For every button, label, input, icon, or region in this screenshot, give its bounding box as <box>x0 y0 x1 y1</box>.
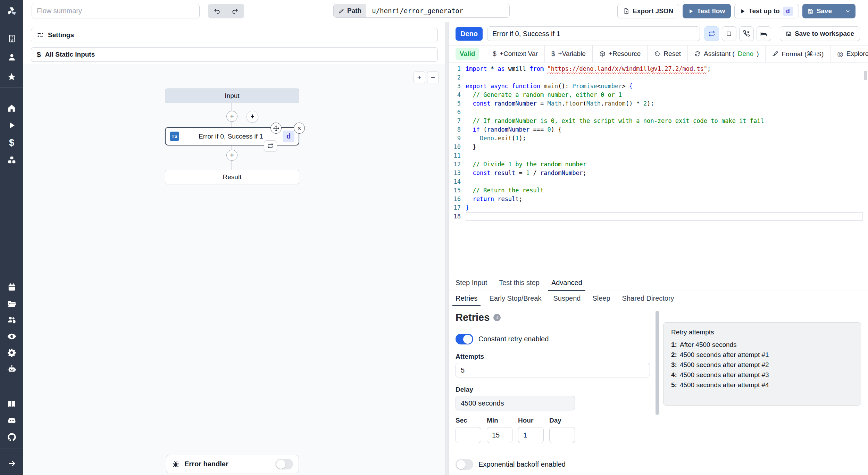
hour-input[interactable] <box>518 427 544 443</box>
variables-dollar-icon[interactable]: $ <box>7 138 17 148</box>
undo-button[interactable] <box>209 5 225 17</box>
code-editor[interactable]: 1import * as wmill from "https://deno.la… <box>449 62 868 275</box>
trigger-bolt-button[interactable] <box>247 111 258 123</box>
retries-shortcut-button[interactable] <box>704 26 719 41</box>
min-label: Min <box>487 417 512 424</box>
editor-scrollbar-thumb[interactable] <box>864 71 867 80</box>
tab-test-this-step[interactable]: Test this step <box>493 275 545 291</box>
toolbar-explore-scripts-button[interactable]: ◎Explore other s <box>831 45 868 62</box>
docs-book-icon[interactable] <box>7 399 17 409</box>
result-node[interactable]: Result <box>165 170 299 184</box>
attempts-input[interactable] <box>456 363 650 377</box>
export-json-button[interactable]: Export JSON <box>617 4 679 18</box>
collapse-arrow-right-icon[interactable] <box>7 458 17 469</box>
workers-robot-icon[interactable] <box>7 364 17 374</box>
subtab-early-stop[interactable]: Early Stop/Break <box>483 291 547 306</box>
groups-users-gear-icon[interactable] <box>7 315 17 325</box>
insert-step-button[interactable]: + <box>226 150 237 161</box>
retries-scrollbar-thumb[interactable] <box>656 311 659 415</box>
info-icon[interactable]: i <box>493 314 501 321</box>
tab-advanced[interactable]: Advanced <box>545 275 588 291</box>
save-button-main[interactable]: Save <box>803 4 837 18</box>
toolbar-add-context-var-button[interactable]: $+Context Var <box>486 45 545 62</box>
schedules-calendar-icon[interactable] <box>7 282 17 292</box>
play-icon <box>688 9 694 14</box>
retry-attempts-panel: Retry attempts 1:After 4500 seconds2:450… <box>663 322 861 406</box>
early-stop-shortcut-button[interactable] <box>722 26 736 41</box>
toolbar-assistant-button[interactable]: Assistant (Deno) <box>688 45 766 62</box>
folders-icon[interactable] <box>7 299 17 309</box>
code-line: 1import * as wmill from "https://deno.la… <box>449 65 868 73</box>
sleep-shortcut-button[interactable] <box>757 26 771 41</box>
step-advanced-shortcuts <box>704 26 771 41</box>
left-sidebar: $ <box>0 0 23 475</box>
toolbar-add-resource-button[interactable]: +Resource <box>593 45 648 62</box>
error-handler-row[interactable]: Error handler <box>166 455 299 473</box>
chevron-down-icon <box>845 8 851 14</box>
error-handler-toggle[interactable] <box>275 459 293 469</box>
github-icon[interactable] <box>7 432 17 442</box>
windmill-logo-icon[interactable] <box>6 6 18 17</box>
editor-toolbar: Valid $+Context Var$+Variable+ResourceRe… <box>449 45 868 62</box>
line-content <box>466 151 863 160</box>
subtab-suspend[interactable]: Suspend <box>547 291 586 306</box>
day-label: Day <box>549 417 575 424</box>
save-button[interactable]: Save <box>802 4 856 18</box>
exponential-backoff-toggle[interactable] <box>456 459 473 470</box>
min-input[interactable] <box>487 427 512 443</box>
toolbar-reset-button[interactable]: Reset <box>648 45 688 62</box>
flow-canvas[interactable]: + − Input + TS <box>23 64 445 475</box>
canvas-zoom-controls: + − <box>414 72 439 83</box>
favorites-star-icon[interactable] <box>7 72 17 82</box>
home-icon[interactable] <box>7 103 17 113</box>
test-up-to-button[interactable]: Test up to d <box>734 4 799 18</box>
toolbar-format-button[interactable]: Format (⌘+S) <box>766 45 831 62</box>
suspend-shortcut-button[interactable] <box>739 26 754 41</box>
toolbar-add-variable-button[interactable]: $+Variable <box>545 45 593 62</box>
settings-gear-icon[interactable] <box>7 347 17 358</box>
sec-input[interactable] <box>456 427 481 443</box>
tab-step-input[interactable]: Step Input <box>450 275 493 291</box>
save-dropdown-button[interactable] <box>840 4 855 18</box>
delete-step-button[interactable]: × <box>294 123 305 134</box>
code-line: 12 // Divide 1 by the random number <box>449 160 868 169</box>
stop-square-icon <box>726 31 732 37</box>
subtab-retries[interactable]: Retries <box>450 291 483 306</box>
line-number: 18 <box>449 212 461 221</box>
delay-input[interactable] <box>456 396 575 410</box>
step-title-input[interactable] <box>487 26 700 41</box>
resources-cubes-icon[interactable] <box>7 155 17 165</box>
workspace-buildings-icon[interactable] <box>7 33 17 44</box>
save-floppy-icon <box>786 31 792 37</box>
user-icon[interactable] <box>7 52 17 62</box>
step-retry-indicator[interactable] <box>264 140 277 151</box>
move-step-button[interactable] <box>270 123 282 134</box>
sec-label: Sec <box>456 417 481 424</box>
day-input[interactable] <box>549 427 575 443</box>
lightning-icon <box>249 114 256 120</box>
constant-retry-toggle[interactable] <box>456 334 473 344</box>
flow-summary-input[interactable] <box>32 4 200 18</box>
exponential-backoff-row: Exponential backoff enabled <box>456 459 868 470</box>
all-static-inputs-row[interactable]: $ All Static Inputs <box>31 47 438 62</box>
step-id-badge: d <box>783 7 793 16</box>
code-line: 16 return result; <box>449 195 868 203</box>
code-line: 9 Deno.exit(1); <box>449 134 868 143</box>
discord-icon[interactable] <box>7 415 17 426</box>
panel-splitter[interactable] <box>445 22 449 475</box>
subtab-sleep[interactable]: Sleep <box>586 291 616 306</box>
code-line: 14 <box>449 177 868 186</box>
test-flow-button[interactable]: Test flow <box>683 4 731 18</box>
input-node[interactable]: Input <box>165 89 299 103</box>
flow-settings-row[interactable]: Settings <box>31 28 438 42</box>
runs-play-icon[interactable] <box>7 120 17 131</box>
path-field[interactable]: Path u/henri/error_generator <box>333 4 510 18</box>
zoom-out-button[interactable]: − <box>427 72 439 83</box>
line-number: 12 <box>449 160 461 169</box>
zoom-in-button[interactable]: + <box>414 72 425 83</box>
audit-eye-icon[interactable] <box>7 331 17 342</box>
subtab-shared-directory[interactable]: Shared Directory <box>616 291 680 306</box>
redo-button[interactable] <box>227 5 243 17</box>
save-to-workspace-button[interactable]: Save to workspace <box>780 26 860 41</box>
insert-step-button[interactable]: + <box>226 111 237 122</box>
